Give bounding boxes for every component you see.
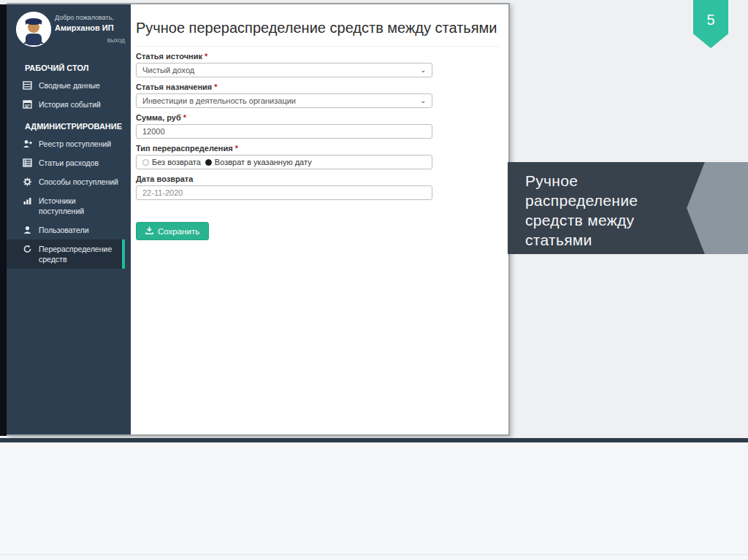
sidebar-item-receipt-methods[interactable]: Способы поступлений: [7, 172, 125, 191]
sidebar-item-label: Реестр поступлений: [39, 139, 111, 149]
section-header-desktop: РАБОЧИЙ СТОЛ: [7, 55, 131, 76]
sidebar-item-users[interactable]: Пользователи: [7, 220, 125, 239]
bar-chart-icon: [23, 196, 32, 205]
greeting-text: Добро пожаловать,: [55, 14, 114, 21]
sidebar-item-summary-data[interactable]: Сводные данные: [7, 76, 125, 95]
gear-icon: [23, 177, 32, 186]
required-marker: *: [235, 144, 238, 153]
selected-option: Инвестиции в деятельность организации: [142, 96, 296, 105]
user-panel: Добро пожаловать, Амирханов ИП выход: [7, 4, 131, 55]
required-marker: *: [205, 52, 207, 61]
screenshot-left-edge: [0, 4, 7, 436]
logout-link[interactable]: выход: [107, 37, 125, 44]
save-button[interactable]: Сохранить: [136, 222, 209, 240]
avatar: [16, 12, 51, 47]
destination-article-label: Статья назначения *: [136, 83, 432, 91]
sidebar-item-label: Пользователи: [39, 225, 89, 235]
required-marker: *: [183, 113, 186, 122]
sidebar-item-event-history[interactable]: История событий: [7, 95, 125, 114]
section-header-admin: АДМИНИСТРИРОВАНИЕ: [7, 114, 131, 134]
radio-no-return-label: Без возврата: [152, 158, 201, 166]
radio-return-on-date[interactable]: [205, 159, 212, 166]
sidebar-item-funds-redistribution[interactable]: Перераспределение средств: [7, 239, 125, 269]
sidebar-item-label: Статьи расходов: [39, 158, 99, 168]
amount-label: Сумма, руб *: [136, 113, 432, 122]
amount-input[interactable]: [136, 124, 432, 139]
slide-footer: "БУК" 2020 http://godofsun.ru/web/login …: [0, 442, 748, 560]
slide-number: 5: [693, 12, 728, 28]
required-marker: *: [214, 83, 217, 91]
form-group-return-date: Дата возврата: [136, 174, 432, 200]
selected-option: Чистый доход: [142, 66, 194, 74]
app-window: Добро пожаловать, Амирханов ИП выход РАБ…: [7, 3, 510, 436]
sidebar-item-label: Источники поступлений: [39, 196, 119, 216]
banner-title: Ручное распределение средств между стать…: [525, 171, 660, 250]
receipts-registry-icon: [23, 139, 32, 148]
redistribution-type-label: Тип перераспределения *: [136, 144, 432, 153]
sidebar-item-label: История событий: [39, 99, 101, 110]
presentation-slide: Добро пожаловать, Амирханов ИП выход РАБ…: [0, 0, 748, 560]
page-title: Ручное перераспределение средств между с…: [136, 19, 500, 47]
sidebar-item-receipts-registry[interactable]: Реестр поступлений: [7, 134, 125, 153]
return-date-label: Дата возврата: [136, 174, 432, 183]
radio-no-return[interactable]: [142, 159, 149, 166]
radio-return-on-date-label: Возврат в указанную дату: [215, 158, 312, 166]
sidebar-item-label: Перераспределение средств: [39, 244, 119, 264]
destination-article-select[interactable]: Инвестиции в деятельность организации ⌄: [136, 93, 432, 108]
side-banner: Ручное распределение средств между стать…: [508, 162, 748, 254]
form-group-source: Статья источник * Чистый доход ⌄: [136, 52, 432, 77]
user-icon: [23, 226, 32, 234]
main-content: Ручное перераспределение средств между с…: [131, 4, 508, 434]
sidebar-item-expense-articles[interactable]: Статьи расходов: [7, 153, 125, 172]
sidebar-item-receipt-sources[interactable]: Источники поступлений: [7, 191, 125, 220]
source-article-label: Статья источник *: [136, 52, 432, 61]
chevron-down-icon: ⌄: [420, 97, 426, 104]
summary-table-icon: [23, 81, 32, 90]
save-icon: [145, 226, 153, 236]
history-icon: [23, 100, 32, 109]
chevron-down-icon: ⌄: [420, 66, 426, 74]
slide-number-ribbon: 5: [693, 0, 728, 48]
sidebar-item-label: Способы поступлений: [39, 177, 118, 187]
form-group-destination: Статья назначения * Инвестиции в деятель…: [136, 83, 432, 108]
footer-hairline: [0, 554, 748, 555]
form-group-amount: Сумма, руб *: [136, 113, 432, 139]
return-date-input[interactable]: [136, 185, 432, 200]
source-article-select[interactable]: Чистый доход ⌄: [136, 63, 432, 77]
sidebar-item-label: Сводные данные: [39, 80, 100, 91]
expense-articles-icon: [23, 158, 32, 167]
save-button-label: Сохранить: [158, 227, 199, 236]
redistribution-type-group: Без возврата Возврат в указанную дату: [136, 155, 432, 169]
form-group-type: Тип перераспределения * Без возврата Воз…: [136, 144, 432, 169]
user-name: Амирханов ИП: [55, 23, 114, 32]
refresh-icon: [23, 245, 32, 253]
sidebar: Добро пожаловать, Амирханов ИП выход РАБ…: [7, 4, 131, 434]
